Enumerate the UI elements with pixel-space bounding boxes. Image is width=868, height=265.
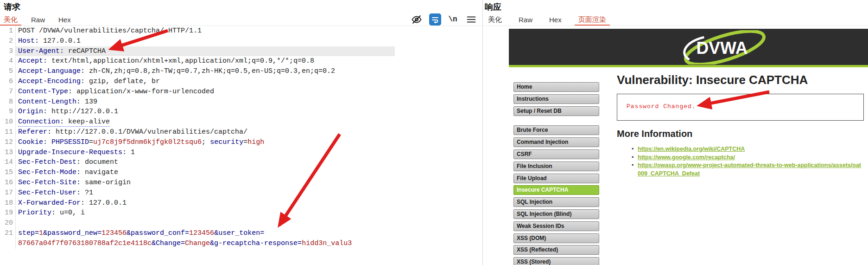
request-line: 12Cookie: PHPSESSID=uj7c8j9f5dnm6kjfgk0l… bbox=[0, 137, 482, 148]
request-line: 87667a04f7f0763180788af2c1e4118c&Change=… bbox=[0, 239, 482, 249]
menu-item-sql-injection[interactable]: SQL Injection bbox=[513, 197, 599, 207]
line-number: 2 bbox=[0, 36, 16, 46]
line-number: 9 bbox=[0, 107, 16, 117]
request-line: 17Sec-Fetch-User: ?1 bbox=[0, 188, 482, 198]
line-number: 17 bbox=[0, 188, 16, 198]
bullet: • bbox=[632, 145, 634, 154]
request-line: 8Content-Length: 139 bbox=[0, 97, 482, 107]
request-line: 2Host: 127.0.0.1 bbox=[0, 36, 482, 46]
line-number: 18 bbox=[0, 198, 16, 208]
more-information-heading: More Information bbox=[617, 129, 692, 139]
menu-item-instructions[interactable]: Instructions bbox=[513, 94, 599, 104]
link-item: •https://www.google.com/recaptcha/ bbox=[632, 154, 866, 162]
request-code-editor[interactable]: 1POST /DVWA/vulnerabilities/captcha/ HTT… bbox=[0, 26, 482, 249]
request-line: 18X-Forwarded-For: 127.0.0.1 bbox=[0, 198, 482, 208]
request-line: 20 bbox=[0, 218, 482, 228]
request-line: 15Sec-Fetch-Mode: navigate bbox=[0, 168, 482, 178]
line-number: 12 bbox=[0, 137, 16, 148]
external-link[interactable]: https://owasp.org/www-project-automated-… bbox=[638, 162, 861, 177]
response-tab[interactable]: 美化 bbox=[488, 15, 502, 24]
line-number: 3 bbox=[0, 46, 16, 57]
line-number bbox=[0, 239, 16, 249]
word-wrap-icon[interactable] bbox=[429, 13, 441, 26]
response-tab[interactable]: 页面渲染 bbox=[578, 15, 606, 24]
menu-item-xss-dom[interactable]: XSS (DOM) bbox=[513, 233, 599, 243]
request-panel-title: 请求 bbox=[4, 1, 20, 13]
request-tab[interactable]: 美化 bbox=[4, 15, 18, 24]
menu-item-sql-injection-blind[interactable]: SQL Injection (Blind) bbox=[513, 209, 599, 219]
external-link[interactable]: https://www.google.com/recaptcha/ bbox=[638, 154, 735, 161]
line-number: 14 bbox=[0, 157, 16, 168]
request-line: 14Sec-Fetch-Dest: document bbox=[0, 157, 482, 168]
request-line: 16Sec-Fetch-Site: same-origin bbox=[0, 178, 482, 188]
hide-eye-icon[interactable] bbox=[411, 14, 423, 25]
line-number: 13 bbox=[0, 148, 16, 158]
request-line: 7Content-Type: application/x-www-form-ur… bbox=[0, 87, 482, 97]
hamburger-menu-icon[interactable] bbox=[465, 14, 477, 25]
menu-item-brute-force[interactable]: Brute Force bbox=[513, 125, 599, 135]
line-number: 15 bbox=[0, 168, 16, 178]
bullet: • bbox=[632, 154, 634, 162]
menu-item-csrf[interactable]: CSRF bbox=[513, 149, 599, 159]
menu-item-xss-reflected[interactable]: XSS (Reflected) bbox=[513, 245, 599, 255]
response-panel-title: 响应 bbox=[485, 1, 501, 13]
response-tab-divider bbox=[483, 26, 868, 26]
response-tab[interactable]: Hex bbox=[549, 16, 562, 24]
request-line: 19Priority: u=0, i bbox=[0, 208, 482, 218]
request-line: 1POST /DVWA/vulnerabilities/captcha/ HTT… bbox=[0, 26, 482, 36]
more-information-links: •https://en.wikipedia.org/wiki/CAPTCHA•h… bbox=[632, 145, 866, 178]
line-number: 6 bbox=[0, 77, 16, 87]
page-title: Vulnerability: Insecure CAPTCHA bbox=[617, 73, 808, 87]
line-number: 1 bbox=[0, 26, 16, 36]
line-number: 4 bbox=[0, 56, 16, 66]
password-changed-message: Password Changed. bbox=[627, 103, 696, 110]
request-line: 10Connection: keep-alive bbox=[0, 117, 482, 127]
request-line: 4Accept: text/html,application/xhtml+xml… bbox=[0, 56, 482, 66]
request-line: 3User-Agent: reCAPTCHA bbox=[0, 46, 482, 57]
menu-item-command-injection[interactable]: Command Injection bbox=[513, 137, 599, 147]
dvwa-logo-text: DVWA bbox=[697, 39, 748, 58]
menu-item-home[interactable]: Home bbox=[513, 82, 599, 92]
bullet: • bbox=[632, 162, 634, 170]
panel-divider[interactable] bbox=[482, 0, 483, 265]
line-number: 11 bbox=[0, 127, 16, 137]
request-tab-bar: 美化RawHex bbox=[4, 13, 71, 26]
request-line: 6Accept-Encoding: gzip, deflate, br bbox=[0, 77, 482, 87]
request-line: 9Origin: http://127.0.0.1 bbox=[0, 107, 482, 117]
external-link[interactable]: https://en.wikipedia.org/wiki/CAPTCHA bbox=[638, 146, 745, 152]
link-item: •https://en.wikipedia.org/wiki/CAPTCHA bbox=[632, 145, 866, 154]
line-number: 19 bbox=[0, 208, 16, 218]
rendered-page-viewport: DVWA HomeInstructionsSetup / Reset DBBru… bbox=[509, 26, 868, 265]
menu-item-file-inclusion[interactable]: File Inclusion bbox=[513, 162, 599, 171]
request-line: 13Upgrade-Insecure-Requests: 1 bbox=[0, 148, 482, 158]
request-line: 21step=1&password_new=123456&password_co… bbox=[0, 228, 482, 239]
menu-item-setup-reset-db[interactable]: Setup / Reset DB bbox=[513, 106, 599, 116]
line-number: 20 bbox=[0, 218, 16, 228]
dvwa-logo: DVWA bbox=[670, 30, 777, 66]
dvwa-menu: HomeInstructionsSetup / Reset DBBrute Fo… bbox=[513, 82, 599, 265]
request-line: 11Referer: http://127.0.0.1/DVWA/vulnera… bbox=[0, 127, 482, 137]
message-box: Password Changed. bbox=[617, 94, 864, 121]
line-number: 10 bbox=[0, 117, 16, 127]
menu-item-file-upload[interactable]: File Upload bbox=[513, 174, 599, 183]
line-number: 21 bbox=[0, 228, 16, 239]
link-item: •https://owasp.org/www-project-automated… bbox=[632, 162, 866, 178]
menu-item-insecure-captcha[interactable]: Insecure CAPTCHA bbox=[513, 185, 599, 195]
menu-item-weak-session-ids[interactable]: Weak Session IDs bbox=[513, 221, 599, 231]
line-number: 5 bbox=[0, 66, 16, 77]
request-line: 5Accept-Language: zh-CN,zh;q=0.8,zh-TW;q… bbox=[0, 66, 482, 77]
response-tab[interactable]: Raw bbox=[519, 16, 532, 24]
newline-icon[interactable]: \n bbox=[447, 14, 459, 25]
menu-item-xss-stored[interactable]: XSS (Stored) bbox=[513, 257, 599, 265]
line-number: 16 bbox=[0, 178, 16, 188]
request-tab[interactable]: Hex bbox=[58, 16, 71, 24]
line-number: 7 bbox=[0, 87, 16, 97]
request-tab[interactable]: Raw bbox=[31, 16, 45, 24]
response-tab-bar: 美化RawHex页面渲染 bbox=[488, 13, 606, 26]
line-number: 8 bbox=[0, 97, 16, 107]
